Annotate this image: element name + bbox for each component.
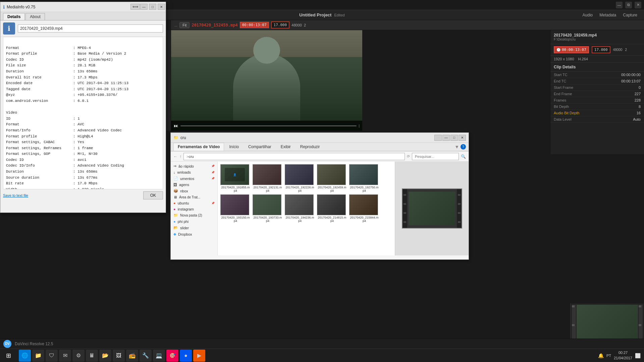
taskbar-calc[interactable]: 🖩 <box>86 350 98 362</box>
thumb-item-8[interactable]: 20170420_194236.mp4 <box>285 194 315 223</box>
rapido-label: ão rápido <box>178 164 194 168</box>
fe-tab-inicio[interactable]: Início <box>225 143 243 151</box>
sidebar-item-instagram[interactable]: ● instagram <box>171 206 217 212</box>
thumb-item-9[interactable]: 20170420_214815.mp4 <box>317 194 347 223</box>
sidebar-item-area[interactable]: 🖥 Área de Trat... <box>171 194 217 200</box>
dialog-minimize-btn[interactable]: — <box>140 4 148 10</box>
taskbar-media[interactable]: ▶ <box>193 350 205 362</box>
sidebar-item-nova-pasta[interactable]: 📁 Nova pasta (2) <box>171 212 217 219</box>
fe-tab-compartilhar[interactable]: Compartilhar <box>244 143 276 151</box>
dialog-maximize-btn[interactable]: □ <box>149 4 156 10</box>
filename-input[interactable] <box>18 24 163 33</box>
thumb-item-1[interactable]: 👤 20170420_191855.mp4 <box>220 164 251 192</box>
thumb-label-1: 20170420_191855.mp4 <box>220 186 251 192</box>
sidebar-item-phi[interactable]: ● phi phi <box>171 219 217 225</box>
taskbar-pc[interactable]: 💻 <box>153 350 165 362</box>
taskbar-mail[interactable]: ✉ <box>59 350 71 362</box>
thumb-item-10[interactable]: 20170420_215844.mp4 <box>349 194 379 223</box>
dialog-close-btn[interactable]: ✕ <box>158 4 165 10</box>
sidebar-item-dropbox[interactable]: ◆ Dropbox <box>171 231 217 237</box>
clip-path: F:\Desktop\cru <box>554 38 641 41</box>
fe-search-icon[interactable]: 🔍 <box>461 154 466 159</box>
thumb-item-6[interactable]: 20170420_193150.mp4 <box>220 194 251 223</box>
fe-tab-reproduzir[interactable]: Reproduzir <box>296 143 324 151</box>
video-progress[interactable] <box>180 125 357 126</box>
imagens-label: agens <box>179 183 189 187</box>
format-line: Format: MPEG-4 <box>6 46 91 50</box>
mediainfo-dialog: ℹ MediaInfo v0.75 ⟺ — □ ✕ Details About … <box>0 2 166 213</box>
fe-titlebar: 📁 cru ⟺ — □ ✕ <box>171 133 469 143</box>
sidebar-item-downloads[interactable]: ↓ wnloads 📌 <box>171 169 217 175</box>
fe-help-btn[interactable]: ? <box>461 144 466 149</box>
fe-close-btn[interactable]: ✕ <box>459 135 466 141</box>
taskbar-shield[interactable]: 🛡 <box>46 350 58 362</box>
restore-btn[interactable]: ⧉ <box>625 2 632 8</box>
metadata-tab[interactable]: Metadata <box>599 13 616 17</box>
onedrive-icon: 📦 <box>173 189 178 193</box>
sidebar-item-onedrive[interactable]: 📦 nbox <box>171 188 217 194</box>
fe-search-input[interactable] <box>412 153 459 160</box>
taskbar-tools[interactable]: 🔧 <box>140 350 152 362</box>
fe-path-text: cru <box>189 155 194 159</box>
sidebar-item-slider[interactable]: 📂 slider <box>171 225 217 231</box>
fe-back-btn[interactable]: ← <box>173 154 177 159</box>
fe-up-btn[interactable]: ↑ <box>179 154 181 159</box>
fe-tab-ferramentas[interactable]: Ferramentas de Vídeo <box>173 143 224 151</box>
minimize-btn[interactable]: — <box>616 2 623 8</box>
clock-date: 21/04/2017 <box>614 356 632 361</box>
details-tab[interactable]: Details <box>3 13 25 20</box>
sidebar-item-rapido[interactable]: ⇒ ão rápido 📌 <box>171 163 217 169</box>
thumb-img-3 <box>285 164 314 185</box>
thumb-item-7[interactable]: 20170420_193733.mp4 <box>253 194 283 223</box>
about-tab[interactable]: About <box>25 13 45 20</box>
close-btn[interactable]: ✕ <box>635 2 641 8</box>
taskbar-edge[interactable]: 🌐 <box>19 350 31 362</box>
thumb-item-3[interactable]: 20170420_192226.mp4 <box>285 164 315 192</box>
thumb-item-2[interactable]: 20170420_192131.mp4 <box>253 164 283 192</box>
fe-sidebar: ⇒ ão rápido 📌 ↓ wnloads 📌 📄 umentos 📌 🖼 … <box>171 162 218 255</box>
xyz-line: @xyz: +05.4155+100.3376/ <box>6 93 117 97</box>
taskbar-settings[interactable]: ⚙ <box>72 350 85 362</box>
capture-tab[interactable]: Capture <box>623 13 637 17</box>
sample-rate: 48000 <box>291 23 302 27</box>
sidebar-item-imagens[interactable]: 🖼 agens <box>171 182 217 188</box>
play-button[interactable]: ⏭ <box>174 123 178 128</box>
encoded-date-line: Encoded date: UTC 2017-04-20 11:25:13 <box>6 81 128 85</box>
detail-row-end-frame: End Frame 227 <box>550 91 644 97</box>
dialog-resize-btn[interactable]: ⟺ <box>130 4 140 10</box>
fe-arrow-btn[interactable]: ⟺ <box>434 135 442 141</box>
fe-path-display[interactable]: > cru <box>183 153 405 160</box>
taskbar-explorer[interactable]: 📁 <box>32 350 44 362</box>
sidebar-item-documentos[interactable]: 📄 umentos 📌 <box>171 175 217 182</box>
codec-id-info-line: Codec ID/Info: Advanced Video Coding <box>6 164 124 168</box>
taskbar-radio[interactable]: 📻 <box>126 350 138 362</box>
fe-refresh-btn[interactable]: ⟳ <box>407 154 410 159</box>
taskbar-folder[interactable]: 📂 <box>99 350 111 362</box>
fe-dropdown-btn[interactable]: ▼ <box>454 144 459 149</box>
timecode-display[interactable]: 00:00:13:07 <box>240 22 269 28</box>
taskbar-target[interactable]: 🎯 <box>166 350 178 362</box>
thumb-item-5[interactable]: 20170420_192750.mp4 <box>349 164 379 192</box>
taskbar-blue[interactable]: ● <box>180 350 192 362</box>
fe-minimize-btn[interactable]: — <box>442 135 450 141</box>
thumb-item-4[interactable]: 20170420_192459.mp4 <box>317 164 347 192</box>
sidebar-item-ubuntu[interactable]: ● ubuntu 📌 <box>171 200 217 206</box>
thumb-label-2: 20170420_192131.mp4 <box>253 186 283 192</box>
value-display[interactable]: 17.000 <box>271 21 290 28</box>
pin-icon-4: 📌 <box>211 202 215 205</box>
thumb-label-3: 20170420_192226.mp4 <box>285 186 315 192</box>
fit-button[interactable]: Fit <box>179 22 190 28</box>
taskbar-photos[interactable]: 🖼 <box>113 350 125 362</box>
save-link[interactable]: Save to text file <box>3 193 28 197</box>
fe-tab-exibir[interactable]: Exibir <box>276 143 295 151</box>
fe-preview-panel <box>395 162 469 255</box>
start-button[interactable]: ⊞ <box>0 349 17 362</box>
start-frame-label: Start Frame <box>554 85 573 89</box>
taskbar-action-center[interactable]: ⬜ <box>635 353 641 358</box>
documentos-icon: 📄 <box>173 176 178 181</box>
audio-tab[interactable]: Audio <box>583 13 593 17</box>
nova-pasta-icon: 📁 <box>173 213 178 218</box>
fe-maximize-btn[interactable]: □ <box>450 135 458 141</box>
bit-depth-value: 8 <box>639 105 641 109</box>
ok-button[interactable]: OK <box>143 191 163 199</box>
